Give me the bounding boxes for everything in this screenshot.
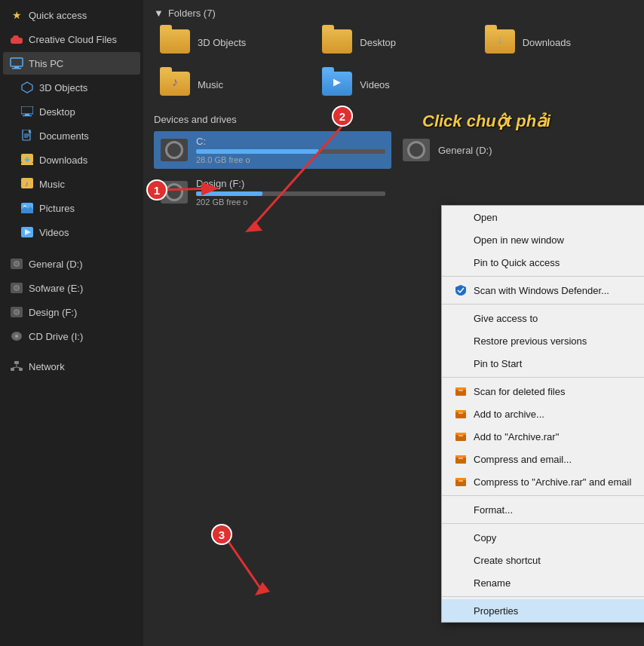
svg-marker-41 bbox=[245, 221, 262, 232]
sidebar-label: General (D:) bbox=[29, 259, 83, 270]
shortcut-icon bbox=[454, 553, 468, 567]
ctx-sep-4 bbox=[442, 495, 644, 496]
svg-rect-14 bbox=[21, 163, 33, 165]
properties-icon bbox=[454, 604, 468, 617]
ctx-restore-versions[interactable]: Restore previous versions bbox=[442, 329, 644, 352]
svg-point-32 bbox=[16, 335, 17, 337]
main-content: ▼ Folders (7) 3D Objects Desktop Downloa… bbox=[143, 0, 644, 646]
ctx-create-shortcut[interactable]: Create shortcut bbox=[442, 549, 644, 571]
chevron-down-icon: ▼ bbox=[154, 8, 164, 19]
sidebar-label: Desktop bbox=[39, 106, 75, 118]
pictures-icon bbox=[20, 201, 35, 216]
sidebar-item-sofware-e[interactable]: Sofware (E:) bbox=[3, 277, 140, 299]
cd-icon bbox=[9, 329, 24, 344]
sidebar-item-creative-cloud[interactable]: Creative Cloud Files bbox=[3, 28, 140, 51]
archive-icon-3 bbox=[454, 430, 468, 443]
pin-start-icon bbox=[454, 357, 468, 370]
drive-general-d[interactable]: General (D:) bbox=[396, 131, 633, 169]
svg-rect-34 bbox=[11, 368, 14, 371]
ctx-copy[interactable]: Copy bbox=[442, 526, 644, 549]
folder-name: Music bbox=[198, 79, 223, 90]
drive-design-f[interactable]: Design (F:) 202 GB free o bbox=[154, 173, 391, 211]
svg-rect-8 bbox=[23, 115, 32, 116]
folder-videos[interactable]: Videos bbox=[316, 67, 471, 102]
ctx-scan-deleted[interactable]: Scan for deleted files bbox=[442, 380, 644, 403]
drive-icon bbox=[9, 256, 24, 271]
ctx-sep-6 bbox=[442, 596, 644, 597]
sidebar-item-design-f[interactable]: Design (F:) bbox=[3, 301, 140, 323]
archive-icon-4 bbox=[454, 452, 468, 466]
folders-header: ▼ Folders (7) bbox=[154, 8, 633, 19]
drive-c-info: C: 28.0 GB free o bbox=[196, 136, 385, 164]
svg-rect-58 bbox=[455, 478, 466, 480]
svg-rect-55 bbox=[455, 455, 466, 458]
folder-name: Desktop bbox=[360, 37, 396, 48]
sidebar-item-music[interactable]: ♪ Music bbox=[3, 173, 140, 195]
ctx-add-archive[interactable]: Add to archive... bbox=[442, 403, 644, 425]
svg-rect-7 bbox=[25, 114, 29, 115]
svg-rect-53 bbox=[458, 435, 463, 436]
ctx-sep-3 bbox=[442, 377, 644, 378]
svg-text:♪: ♪ bbox=[25, 179, 29, 188]
sidebar: ★ Quick access Creative Cloud Files This… bbox=[0, 0, 143, 646]
drive-c[interactable]: C: 28.0 GB free o bbox=[154, 131, 391, 169]
sidebar-item-network[interactable]: Network bbox=[3, 355, 140, 378]
ctx-pin-quick[interactable]: Pin to Quick access bbox=[442, 251, 644, 274]
devices-header: Devices and drives bbox=[154, 114, 633, 125]
svg-rect-35 bbox=[19, 368, 23, 371]
svg-rect-2 bbox=[11, 58, 23, 66]
drives-grid: C: 28.0 GB free o General (D:) Design (F… bbox=[154, 131, 633, 211]
archive-icon-2 bbox=[454, 407, 468, 421]
sidebar-item-quick-access[interactable]: ★ Quick access bbox=[3, 4, 140, 26]
sidebar-item-this-pc[interactable]: This PC bbox=[3, 52, 140, 75]
ctx-format[interactable]: Format... bbox=[442, 498, 644, 521]
sidebar-item-downloads[interactable]: Downloads bbox=[3, 148, 140, 171]
ctx-give-access[interactable]: Give access to › bbox=[442, 307, 644, 329]
svg-rect-50 bbox=[458, 412, 463, 414]
ctx-compress-email[interactable]: Compress and email... bbox=[442, 448, 644, 470]
ctx-add-archive-rar[interactable]: Add to "Archive.rar" bbox=[442, 425, 644, 448]
star-icon: ★ bbox=[9, 8, 24, 23]
sidebar-label: Quick access bbox=[29, 10, 87, 21]
ctx-pin-start[interactable]: Pin to Start bbox=[442, 352, 644, 375]
sidebar-label: Sofware (E:) bbox=[29, 283, 83, 294]
ctx-compress-rar-email[interactable]: Compress to "Archive.rar" and email bbox=[442, 470, 644, 493]
archive-icon-1 bbox=[454, 384, 468, 398]
ctx-sep-2 bbox=[442, 304, 644, 305]
drive-icon-3 bbox=[9, 305, 24, 320]
folder-3d-objects[interactable]: 3D Objects bbox=[154, 25, 308, 60]
svg-rect-56 bbox=[458, 458, 463, 459]
sidebar-item-desktop[interactable]: Desktop bbox=[3, 100, 140, 123]
folder-icon-music bbox=[160, 72, 190, 97]
ctx-sep-5 bbox=[442, 523, 644, 524]
documents-icon bbox=[20, 128, 35, 143]
svg-marker-5 bbox=[22, 82, 32, 93]
sidebar-label: This PC bbox=[29, 58, 63, 69]
ctx-scan-defender[interactable]: Scan with Windows Defender... bbox=[442, 279, 644, 302]
svg-point-23 bbox=[16, 263, 17, 265]
ctx-properties[interactable]: Properties bbox=[442, 599, 644, 622]
drive-icon-2 bbox=[9, 280, 24, 295]
sidebar-label: Videos bbox=[39, 227, 69, 238]
drive-c-bar bbox=[196, 149, 319, 154]
sidebar-label: Pictures bbox=[39, 203, 75, 214]
ctx-open-new-window[interactable]: Open in new window bbox=[442, 228, 644, 251]
folder-music[interactable]: Music bbox=[154, 67, 308, 102]
folder-icon-3d bbox=[160, 29, 190, 55]
folder-name: 3D Objects bbox=[198, 37, 246, 48]
sidebar-item-3d-objects[interactable]: 3D Objects bbox=[3, 76, 140, 99]
svg-rect-33 bbox=[14, 361, 19, 364]
sidebar-item-cd-drive[interactable]: CD Drive (I:) bbox=[3, 325, 140, 347]
cloud-icon bbox=[9, 32, 24, 47]
ctx-open[interactable]: Open bbox=[442, 206, 644, 228]
sidebar-item-general-d[interactable]: General (D:) bbox=[3, 253, 140, 275]
folder-downloads[interactable]: Downloads bbox=[479, 25, 633, 60]
context-menu: Open Open in new window Pin to Quick acc… bbox=[441, 205, 644, 623]
sidebar-item-pictures[interactable]: Pictures bbox=[3, 197, 140, 219]
ctx-rename[interactable]: Rename bbox=[442, 571, 644, 594]
svg-rect-59 bbox=[458, 480, 463, 482]
sidebar-item-videos[interactable]: Videos bbox=[3, 221, 140, 243]
sidebar-item-documents[interactable]: Documents bbox=[3, 124, 140, 147]
svg-point-29 bbox=[16, 311, 17, 313]
folder-desktop[interactable]: Desktop bbox=[316, 25, 471, 60]
